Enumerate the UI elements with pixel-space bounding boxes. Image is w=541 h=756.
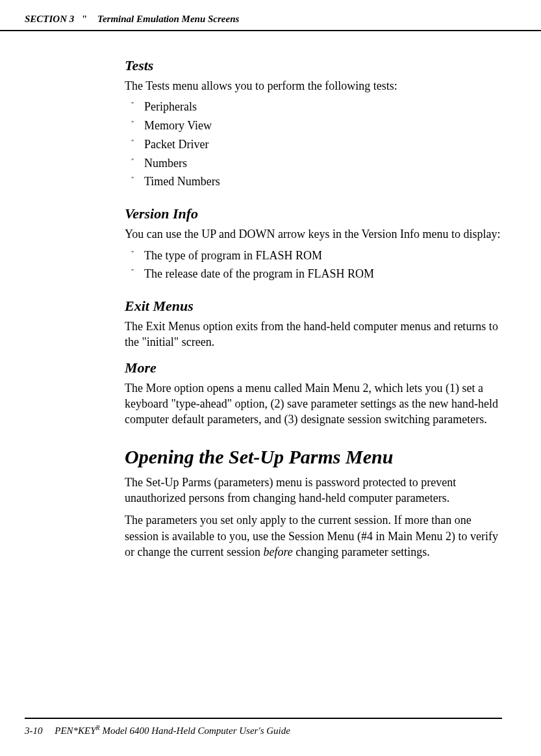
section-number: SECTION 3 xyxy=(25,14,74,24)
tests-intro: The Tests menu allows you to perform the… xyxy=(125,78,502,94)
list-item: The release date of the program in FLASH… xyxy=(144,265,502,283)
list-item: Peripherals xyxy=(144,98,502,116)
header-section: SECTION 3 " Terminal Emulation Menu Scre… xyxy=(25,14,239,24)
version-info-intro: You can use the UP and DOWN arrow keys i… xyxy=(125,226,502,242)
header-separator: " xyxy=(77,14,95,24)
page-footer: 3-10 PEN*KEYR Model 6400 Hand-Held Compu… xyxy=(25,718,502,736)
para2-italic: before xyxy=(263,545,292,558)
exit-menus-body: The Exit Menus option exits from the han… xyxy=(125,319,502,350)
footer-product: PEN*KEY xyxy=(55,725,95,736)
tests-list: Peripherals Memory View Packet Driver Nu… xyxy=(125,98,502,191)
list-item: Memory View xyxy=(144,116,502,135)
para2-part-b: changing parameter settings. xyxy=(293,545,430,558)
more-body: The More option opens a menu called Main… xyxy=(125,380,502,428)
footer-text: 3-10 PEN*KEYR Model 6400 Hand-Held Compu… xyxy=(25,725,290,736)
list-item: Numbers xyxy=(144,154,502,173)
version-info-list: The type of program in FLASH ROM The rel… xyxy=(125,246,502,284)
main-content: Tests The Tests menu allows you to perfo… xyxy=(0,57,541,560)
list-item: The type of program in FLASH ROM xyxy=(144,246,502,265)
setup-parms-heading: Opening the Set-Up Parms Menu xyxy=(125,446,502,468)
page-number: 3-10 xyxy=(25,725,43,736)
list-item: Timed Numbers xyxy=(144,172,502,191)
footer-rest: Model 6400 Hand-Held Computer User's Gui… xyxy=(100,725,290,736)
setup-parms-para1: The Set-Up Parms (parameters) menu is pa… xyxy=(125,475,502,506)
setup-parms-para2: The parameters you set only apply to the… xyxy=(125,512,502,560)
more-heading: More xyxy=(125,359,502,376)
page-header: SECTION 3 " Terminal Emulation Menu Scre… xyxy=(0,0,541,31)
exit-menus-heading: Exit Menus xyxy=(125,298,502,315)
version-info-heading: Version Info xyxy=(125,205,502,222)
list-item: Packet Driver xyxy=(144,135,502,154)
header-title: Terminal Emulation Menu Screens xyxy=(97,14,239,24)
tests-heading: Tests xyxy=(125,57,502,74)
